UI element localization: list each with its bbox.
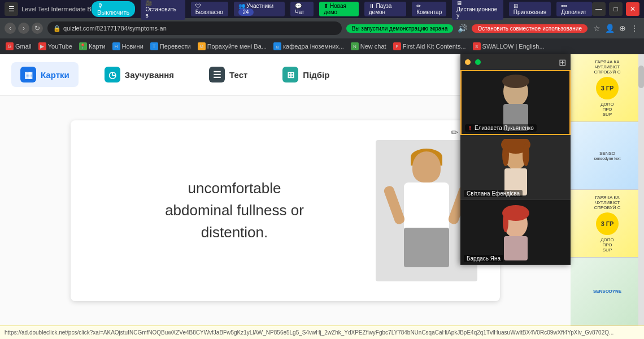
participant-count: 24 [238, 8, 254, 16]
app-title: Level Test Intermediate B [21, 6, 92, 12]
os-bar-left: ☰ Level Test Intermediate B [5, 2, 92, 16]
bookmark-label: Порахуйте мені Ва... [207, 43, 267, 50]
pidbir-icon: ⊞ [282, 67, 298, 82]
ad-panel-4: SENSODYNE [571, 258, 644, 325]
menu-dots-icon[interactable]: ⋮ [629, 23, 639, 34]
bookmark-newchat[interactable]: N New chat [351, 42, 386, 50]
pen-icon: ✏ [416, 3, 421, 9]
new-demo-btn[interactable]: ⬆ Новая демо [319, 2, 358, 16]
bookmark-translate[interactable]: T Перевести [150, 42, 191, 50]
bookmark-label: Перевести [160, 43, 191, 50]
tab-pidbir[interactable]: ⊞ Підбір [273, 62, 338, 87]
back-button[interactable]: ‹ [5, 23, 16, 34]
stop-share-button[interactable]: Остановить совместное использование [472, 24, 588, 33]
swallow-icon: S [473, 42, 481, 50]
maps-icon: 📍 [79, 42, 87, 50]
tab-zauchuvanya[interactable]: ◷ Заучування [95, 62, 183, 87]
edit-card-button[interactable]: ✏ [451, 127, 458, 138]
bookmark-dept[interactable]: g кафедра іноземних... [273, 42, 344, 50]
remote-btn[interactable]: 🖥 Дистанционное у [452, 0, 503, 20]
left-arm [383, 185, 406, 225]
scroll-thumb[interactable] [638, 66, 644, 88]
camera-btn[interactable]: 🎥 Остановить в [141, 0, 185, 20]
maximize-video-btn[interactable] [475, 59, 481, 65]
shield-icon: 🛡 [195, 3, 201, 9]
translate-icon: T [150, 42, 158, 50]
status-bar: https://ad.doubleclick.net/pcs/click?xai… [0, 325, 644, 339]
zauchuvanya-icon: ◷ [105, 67, 120, 82]
tab-test[interactable]: ☰ Тест [200, 62, 256, 87]
scrollbar[interactable] [638, 54, 644, 325]
browser-toolbar: ‹ › ↻ 🔒 quizlet.com/821771784/symptoms-a… [0, 18, 644, 38]
participant-name-1: 🎙 Елизавета Лукьяненко [465, 124, 537, 132]
person-illustration [381, 146, 472, 276]
reload-button[interactable]: ↻ [32, 23, 43, 34]
bookmark-label: кафедра іноземних... [283, 43, 344, 50]
mic-label: Выключить [97, 9, 129, 16]
close-btn[interactable]: ✕ [626, 2, 639, 16]
participant-name-3: Бардась Яна [464, 255, 503, 262]
tab-pidbir-label: Підбір [303, 70, 329, 80]
tab-kartky[interactable]: ▦ Картки [11, 62, 79, 87]
flashcard[interactable]: ✏ 🔊 ★ uncomfortable abdominal fullness o… [71, 120, 500, 301]
ad-text-3: ГАРЯЧА КАЧУТЛИВІСТСПРОБУЙ С 3 ГР ДОПОПРО… [594, 195, 621, 253]
svg-point-7 [523, 144, 529, 166]
grid-view-btn[interactable]: ⊞ [559, 57, 566, 68]
count-icon: M [198, 42, 206, 50]
ad-panel-2: SENSOsensodyne text [571, 122, 644, 190]
chat-btn[interactable]: 💬 Чат [290, 2, 314, 16]
maximize-btn[interactable]: □ [609, 2, 623, 16]
video-panel: ⊞ 🎙 Елизавета Лукьяненко [460, 54, 571, 265]
mic-btn[interactable]: 🎙 Выключить [92, 1, 135, 17]
nav-buttons: ‹ › ↻ [5, 23, 43, 34]
forward-button[interactable]: › [18, 23, 29, 34]
participants-btn[interactable]: 👥 Участники 24 [234, 2, 285, 16]
ad-panel-3: ГАРЯЧА КАЧУТЛИВІСТСПРОБУЙ С 3 ГР ДОПОПРО… [571, 190, 644, 258]
firstaid-icon: F [393, 42, 401, 50]
bookmark-youtube[interactable]: ▶ YouTube [38, 42, 72, 50]
flashcard-line3: distention. [93, 221, 376, 244]
more-btn[interactable]: ••• Дополнит [556, 2, 592, 16]
face-svg-2 [493, 139, 538, 195]
bookmark-label: Новини [122, 43, 143, 50]
bookmark-swallow[interactable]: S SWALLOW | English... [473, 42, 545, 50]
bookmark-label: First Aid Kit Contents... [403, 43, 466, 50]
ad-text-4: SENSODYNE [593, 289, 621, 294]
svg-point-11 [503, 212, 508, 232]
minimize-btn[interactable]: — [592, 2, 606, 16]
bookmark-firstaid[interactable]: F First Aid Kit Contents... [393, 42, 466, 50]
os-menu-icon[interactable]: ☰ [5, 2, 18, 16]
pause-demo-btn[interactable]: ⏸ Пауза демон [364, 2, 407, 16]
mic-muted-icon-1: 🎙 [468, 125, 473, 131]
bookmark-label: Карти [89, 43, 106, 50]
bookmark-gmail[interactable]: G Gmail [6, 42, 32, 50]
chat-icon: 💬 [295, 3, 302, 9]
minimize-video-btn[interactable] [465, 59, 471, 65]
gmail-icon: G [6, 42, 14, 50]
security-btn[interactable]: 🛡 Безопасно [191, 2, 228, 16]
ad-text-2: SENSOsensodyne text [594, 151, 620, 161]
bookmark-count[interactable]: M Порахуйте мені Ва... [198, 42, 267, 50]
bookmark-star-icon[interactable]: ☆ [592, 23, 602, 34]
news-icon: Н [112, 42, 120, 50]
address-bar[interactable]: 🔒 quizlet.com/821771784/symptoms-an [47, 21, 342, 35]
extensions-icon[interactable]: ⊕ [618, 23, 627, 34]
kartky-icon: ▦ [20, 67, 36, 82]
comment-btn[interactable]: ✏ Коментар [412, 2, 446, 16]
demo-banner: Вы запустили демонстрацию экрана [346, 24, 454, 33]
flashcard-text: uncomfortable abdominal fullness or dist… [93, 177, 376, 244]
camera-icon: 🎥 [145, 0, 152, 6]
head [412, 151, 441, 182]
apps-btn[interactable]: ⊞ Приложения [509, 2, 551, 16]
video-panel-header: ⊞ [460, 54, 571, 70]
bookmark-maps[interactable]: 📍 Карти [79, 42, 106, 50]
face-svg-3 [493, 204, 538, 260]
sound-icon: 🔊 [458, 24, 467, 33]
ad-circle-2: 3 ГР [596, 212, 619, 235]
bookmark-news[interactable]: Н Новини [112, 42, 143, 50]
pants [404, 228, 449, 267]
side-ads: ГАРЯЧА КАЧУТЛИВІСТСПРОБУЙ С 3 ГР ДОПОПРО… [571, 54, 644, 325]
mic-icon: 🎙 [97, 2, 103, 9]
url-text: quizlet.com/821771784/symptoms-an [63, 25, 167, 32]
profile-icon[interactable]: 👤 [604, 23, 616, 34]
